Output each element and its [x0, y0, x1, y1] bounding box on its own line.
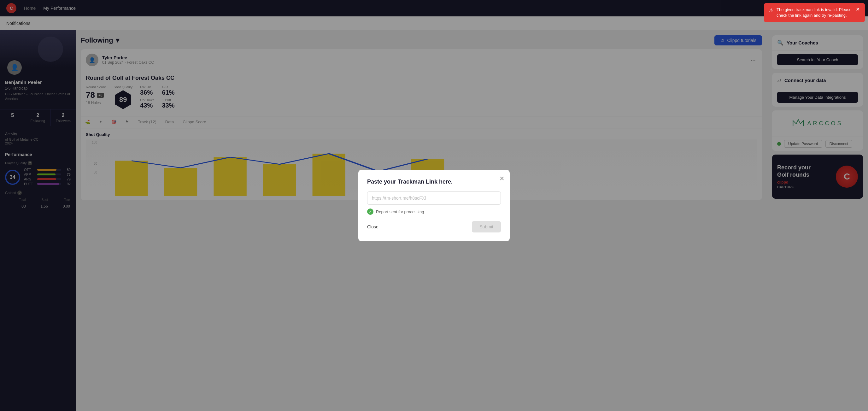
modal-overlay[interactable]: Paste your Trackman Link here. ✕ ✓ Repor…: [0, 0, 868, 411]
toast-close-button[interactable]: ✕: [856, 7, 860, 12]
modal-footer: Close Submit: [367, 221, 501, 232]
toast-message: The given trackman link is invalid. Plea…: [777, 7, 852, 18]
error-toast: ⚠ The given trackman link is invalid. Pl…: [764, 3, 865, 22]
modal-close-button[interactable]: ✕: [499, 175, 505, 182]
success-row: ✓ Report sent for processing: [367, 209, 501, 215]
modal-title: Paste your Trackman Link here.: [367, 179, 501, 185]
warning-icon: ⚠: [769, 7, 773, 14]
trackman-modal: Paste your Trackman Link here. ✕ ✓ Repor…: [358, 170, 510, 241]
modal-close-text-button[interactable]: Close: [367, 224, 378, 229]
success-check-icon: ✓: [367, 209, 373, 215]
success-message: Report sent for processing: [376, 210, 424, 214]
trackman-link-input[interactable]: [367, 191, 501, 205]
modal-submit-button[interactable]: Submit: [472, 221, 501, 232]
